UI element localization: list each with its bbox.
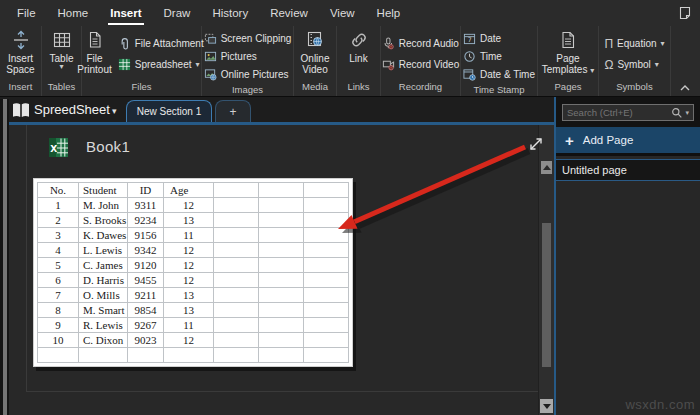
file-attachment-button[interactable]: File Attachment — [114, 33, 208, 54]
file-printout-button[interactable]: File Printout — [75, 28, 113, 75]
online-pictures-button[interactable]: Online Pictures — [200, 65, 296, 83]
ribbon-group-pages: Page Templates ▾ Pages — [538, 26, 599, 96]
menu-item-view[interactable]: View — [319, 0, 366, 26]
page-canvas[interactable]: X Book1 No. Student ID Age 1 M. John 931… — [9, 125, 538, 415]
cell — [214, 318, 259, 333]
online-video-button[interactable]: Online Video — [294, 28, 336, 75]
cell — [259, 318, 304, 333]
menu-item-draw[interactable]: Draw — [153, 0, 202, 26]
cell: O. Mills — [79, 288, 128, 303]
cell: 9023 — [128, 333, 164, 348]
group-label-links: Links — [337, 80, 380, 96]
table-header-row: No. Student ID Age — [38, 183, 349, 198]
menubar: File Home Insert Draw History Review Vie… — [0, 0, 700, 26]
link-button[interactable]: Link — [347, 28, 371, 64]
equation-label: Equation — [617, 38, 656, 49]
scroll-up-button[interactable] — [541, 161, 552, 174]
chevron-down-icon[interactable]: ▾ — [112, 106, 117, 116]
expand-icon[interactable] — [527, 135, 545, 153]
triangle-up-icon — [543, 165, 551, 170]
chevron-down-icon: ▾ — [661, 41, 665, 47]
menu-item-insert[interactable]: Insert — [99, 0, 152, 26]
ribbon-group-insert: Insert Space Insert — [0, 26, 42, 96]
cell: D. Harris — [79, 273, 128, 288]
menu-item-home[interactable]: Home — [47, 0, 100, 26]
symbol-button[interactable]: Ω Symbol ▾ — [600, 54, 668, 75]
cell: C. Dixon — [79, 333, 128, 348]
cell: 13 — [164, 288, 214, 303]
section-tab-new-section-1[interactable]: New Section 1 — [126, 100, 212, 122]
table-row: 7 O. Mills 9211 13 — [38, 288, 349, 303]
symbol-label: Symbol — [617, 59, 650, 70]
date-time-button[interactable]: Date & Time — [459, 65, 539, 83]
table-empty-row — [38, 348, 349, 363]
date-button[interactable]: 7 Date — [459, 29, 539, 47]
search-scope-caret-icon[interactable]: ▾ — [683, 109, 693, 117]
menu-item-file[interactable]: File — [6, 0, 47, 26]
cell — [304, 333, 349, 348]
header-cell: No. — [38, 183, 79, 198]
table-button[interactable]: Table ▾ — [48, 28, 76, 70]
scroll-down-button[interactable] — [540, 399, 553, 413]
cell: 9455 — [128, 273, 164, 288]
cell — [304, 273, 349, 288]
file-attachment-label: File Attachment — [135, 38, 204, 49]
cell — [214, 288, 259, 303]
cell — [214, 183, 259, 198]
spreadsheet-label: Spreadsheet — [135, 59, 192, 70]
scrollbar-thumb[interactable] — [542, 223, 551, 367]
cell: K. Dawes — [79, 228, 128, 243]
cell: 9120 — [128, 258, 164, 273]
cell: 12 — [164, 243, 214, 258]
group-label-media: Media — [294, 80, 336, 96]
add-page-button[interactable]: + Add Page — [554, 127, 700, 156]
cell — [214, 198, 259, 213]
cell — [214, 243, 259, 258]
plus-icon: + — [229, 105, 236, 119]
embedded-workbook-title[interactable]: Book1 — [86, 138, 130, 155]
cell: 3 — [38, 228, 79, 243]
cell — [214, 258, 259, 273]
menu-item-review[interactable]: Review — [259, 0, 319, 26]
record-video-button[interactable]: Record Video — [378, 54, 463, 75]
group-label-insert: Insert — [0, 80, 41, 96]
screen-clipping-button[interactable]: Screen Clipping — [200, 29, 296, 47]
collapse-ribbon-button[interactable] — [678, 82, 692, 93]
equation-button[interactable]: Π Equation ▾ — [600, 33, 668, 54]
group-label-pages: Pages — [538, 80, 598, 96]
vertical-scrollbar[interactable] — [538, 125, 554, 415]
search-box[interactable]: ▾ — [562, 104, 694, 121]
cell: M. John — [79, 198, 128, 213]
time-button[interactable]: Time — [459, 47, 539, 65]
cell: 11 — [164, 228, 214, 243]
table-row: 9 R. Lewis 9267 11 — [38, 318, 349, 333]
cell: 9311 — [128, 198, 164, 213]
cell — [259, 183, 304, 198]
section-tab-label: New Section 1 — [137, 106, 201, 117]
record-audio-button[interactable]: Record Audio — [378, 33, 463, 54]
add-section-button[interactable]: + — [215, 100, 251, 122]
side-note-icon[interactable] — [678, 6, 692, 20]
chevron-down-icon: ▾ — [59, 64, 63, 70]
pictures-button[interactable]: Pictures — [200, 47, 296, 65]
omega-icon: Ω — [604, 59, 613, 71]
spreadsheet-button[interactable]: Spreadsheet ▾ — [114, 54, 208, 75]
search-input[interactable] — [563, 107, 671, 118]
search-icon[interactable] — [671, 107, 683, 119]
ribbon-group-time-stamp: 7 Date Time Date & Time — [461, 26, 538, 96]
page-templates-button[interactable]: Page Templates ▾ — [539, 28, 597, 75]
page-list-item-untitled[interactable]: Untitled page — [554, 159, 700, 181]
embedded-spreadsheet[interactable]: No. Student ID Age 1 M. John 9311 12 2 S… — [33, 178, 353, 367]
cell: 9267 — [128, 318, 164, 333]
excel-workbook-icon[interactable]: X — [48, 137, 69, 158]
cell: 11 — [164, 318, 214, 333]
notebook-name[interactable]: SpreedSheet — [34, 102, 110, 117]
insert-space-button[interactable]: Insert Space — [0, 28, 41, 75]
cell: 13 — [164, 303, 214, 318]
ribbon-group-recording: Record Audio Record Video Recording — [381, 26, 461, 96]
cell — [304, 258, 349, 273]
cell: 9211 — [128, 288, 164, 303]
menu-item-history[interactable]: History — [201, 0, 259, 26]
screen-clipping-label: Screen Clipping — [221, 33, 292, 44]
menu-item-help[interactable]: Help — [366, 0, 412, 26]
